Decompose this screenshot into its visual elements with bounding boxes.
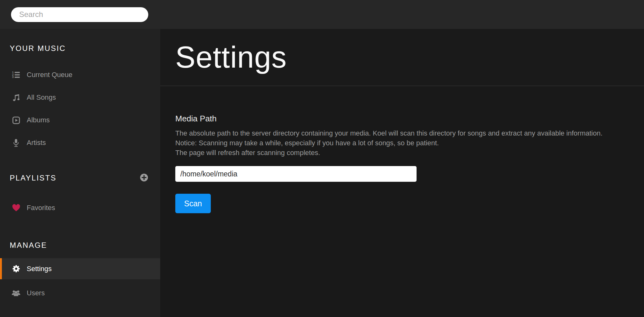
description-line: The absolute path to the server director… — [175, 128, 629, 138]
media-path-heading: Media Path — [175, 113, 629, 124]
add-playlist-button[interactable] — [140, 173, 148, 183]
heart-icon — [12, 204, 20, 212]
sidebar-item-label: Albums — [27, 116, 50, 124]
media-path-input[interactable] — [175, 166, 417, 182]
your-music-list: 1 2 3 Current Queue — [0, 64, 160, 154]
main-content: Settings Media Path The absolute path to… — [160, 29, 644, 317]
sidebar-item-current-queue[interactable]: 1 2 3 Current Queue — [0, 64, 160, 86]
svg-text:3: 3 — [12, 75, 14, 79]
sidebar-section-title: PLAYLISTS — [10, 174, 57, 182]
top-header — [0, 0, 644, 29]
screen-header: Settings — [160, 29, 644, 86]
sidebar-item-favorites[interactable]: Favorites — [0, 197, 160, 219]
sidebar: YOUR MUSIC 1 2 3 Curre — [0, 29, 160, 317]
sidebar-item-label: Favorites — [27, 204, 55, 212]
search-input[interactable] — [11, 7, 148, 22]
microphone-icon — [12, 139, 20, 147]
settings-content: Media Path The absolute path to the serv… — [160, 86, 644, 213]
sidebar-item-artists[interactable]: Artists — [0, 131, 160, 154]
sidebar-section-title: MANAGE — [10, 241, 47, 250]
queue-list-icon: 1 2 3 — [12, 71, 20, 79]
sidebar-item-settings[interactable]: Settings — [0, 258, 160, 279]
sidebar-section-your-music: YOUR MUSIC — [0, 44, 160, 53]
scan-button[interactable]: Scan — [175, 194, 211, 213]
description-line: Notice: Scanning may take a while, espec… — [175, 138, 629, 148]
playlists-list: Favorites — [0, 197, 160, 219]
sidebar-item-label: Settings — [27, 265, 52, 273]
sidebar-item-label: Artists — [27, 139, 46, 147]
media-path-description: The absolute path to the server director… — [175, 128, 629, 158]
sidebar-item-label: All Songs — [27, 93, 56, 102]
sidebar-section-title: YOUR MUSIC — [10, 44, 66, 53]
manage-list: Settings Users — [0, 258, 160, 303]
sidebar-item-all-songs[interactable]: All Songs — [0, 86, 160, 109]
play-square-icon — [12, 116, 20, 124]
music-note-icon — [12, 93, 20, 102]
sidebar-section-manage: MANAGE — [0, 241, 160, 250]
gear-icon — [12, 265, 20, 273]
sidebar-item-users[interactable]: Users — [0, 282, 160, 303]
description-line: The page will refresh after scanning com… — [175, 148, 629, 158]
sidebar-item-label: Users — [27, 289, 45, 297]
sidebar-item-albums[interactable]: Albums — [0, 109, 160, 131]
plus-circle-icon — [140, 173, 148, 183]
sidebar-section-playlists: PLAYLISTS — [0, 173, 160, 183]
app-body: YOUR MUSIC 1 2 3 Curre — [0, 29, 644, 317]
sidebar-item-label: Current Queue — [27, 71, 73, 79]
page-title: Settings — [175, 40, 287, 75]
users-icon — [12, 289, 20, 297]
